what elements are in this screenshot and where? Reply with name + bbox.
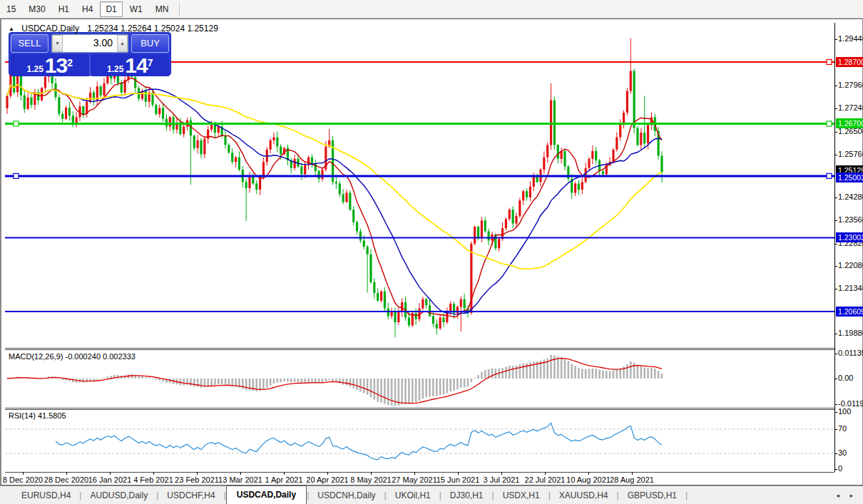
timeframe-button-15[interactable]: 15 [1,1,21,17]
axis-tick [834,220,837,221]
spread-decrease-icon[interactable]: ▼ [52,35,63,52]
chart-tab-eurusd[interactable]: EURUSD,H4 [13,488,79,504]
tab-scroll-arrows[interactable]: ◂ ▸ [836,492,863,504]
time-tick [501,472,502,475]
panel-separator [5,408,834,408]
sell-button[interactable]: SELL [11,34,48,53]
time-tick [240,472,241,475]
price-axis-label: 1.29440 [838,34,863,43]
chart-tab-ukoil[interactable]: UKOil,H1 [387,488,439,504]
price-axis-label: 1.27960 [838,81,863,89]
axis-tick [834,469,837,470]
time-tick [371,472,372,475]
price-axis-label: 1.27240 [838,103,863,112]
timeframe-button-d1[interactable]: D1 [100,1,122,17]
axis-tick [834,453,837,454]
sell-price-big: 13 [45,56,67,75]
chart-tab-dj30[interactable]: DJ30,H1 [441,488,492,504]
panel-separator [5,348,834,349]
chart-tab-xauusd[interactable]: XAUUSD,H4 [551,488,617,504]
axis-tick [834,108,837,109]
chart-tab-usdcnh[interactable]: USDCNH,Daily [309,488,384,504]
buy-button[interactable]: BUY [131,34,169,53]
chart-window: ▲ USDCAD,Daily 1.25234 1.25264 1.25024 1… [0,19,863,485]
price-axis-label: 1.22080 [838,261,863,269]
spread-increase-icon[interactable]: ▲ [117,35,128,52]
chart-title-row: ▲ USDCAD,Daily 1.25234 1.25264 1.25024 1… [9,24,218,34]
price-axis-label: 0.00 [838,374,863,382]
chart-tab-usdx[interactable]: USDX,H1 [494,488,548,504]
collapse-panel-icon[interactable]: ▲ [9,26,14,32]
time-tick [284,472,285,475]
time-tick [66,472,67,475]
time-tick [632,472,633,475]
axis-tick [834,197,837,198]
sell-price-display[interactable]: 1.25 13 2 [11,54,90,76]
price-axis-label: 1.21340 [838,284,863,292]
macd-indicator-label: MACD(12,26,9) -0.000240 0.002333 [9,352,136,361]
moving-average-8 [7,78,662,317]
rsi-indicator-label: RSI(14) 41.5805 [9,411,66,420]
price-axis-label: 1.23560 [838,215,863,224]
timeframe-button-w1[interactable]: W1 [124,1,148,17]
one-click-trading-panel: SELL ▼ 3.00 ▲ BUY 1.25 13 2 1.25 14 7 [9,32,171,76]
timeframe-toolbar: 15M30H1H4D1W1MN [0,0,863,19]
time-tick [197,472,198,475]
trendline-handle[interactable] [14,173,19,178]
price-badge-blue: 1.23003 [836,232,863,242]
time-tick [23,472,24,475]
timeframe-button-m30[interactable]: M30 [23,1,51,17]
chart-ohlc-values: 1.25234 1.25264 1.25024 1.25129 [87,24,218,34]
axis-tick [834,244,837,245]
price-axis-label: 1.24280 [838,192,863,201]
time-tick [110,472,111,475]
timeframe-button-h4[interactable]: H4 [76,1,98,17]
rsi-panel-canvas[interactable] [5,409,834,471]
toolbar-separator [179,2,180,16]
panel-separator [5,349,834,350]
price-axis-label: 1.19880 [838,329,863,337]
axis-tick [834,354,837,354]
time-tick [588,472,589,475]
chart-symbol-title: USDCAD,Daily [21,24,79,34]
axis-tick [834,132,837,133]
axis-tick [834,412,837,413]
timeframe-button-mn[interactable]: MN [150,1,175,17]
sell-price-small: 1.25 [26,63,43,75]
axis-tick [834,429,837,430]
chart-tab-usdcad[interactable]: USDCAD,Daily [226,485,307,504]
timeframe-button-h1[interactable]: H1 [53,1,75,17]
trendline-handle[interactable] [827,173,832,178]
axis-tick [834,266,837,267]
rsi-line [56,423,662,459]
time-tick [458,472,459,475]
time-tick [153,472,154,475]
price-axis-label: 1.25760 [838,150,863,158]
time-tick [414,472,415,475]
chart-tab-bar: EURUSD,H4|AUDUSD,Daily|USDCHF,H4|USDCAD,… [0,485,863,504]
chart-tab-audusd[interactable]: AUDUSD,Daily [81,488,156,504]
time-axis-label: 28 Aug 2021 [599,475,665,484]
axis-tick [834,289,837,289]
chart-tab-gbpusd[interactable]: GBPUSD,H1 [619,488,685,504]
time-tick [545,472,546,475]
spread-spinner: ▼ 3.00 ▲ [51,34,128,53]
axis-tick [834,155,837,155]
spread-input[interactable]: 3.00 [63,35,117,52]
price-badge-blue: 1.20609 [836,307,863,317]
panel-separator [5,472,834,473]
chart-tab-usdchf[interactable]: USDCHF,H4 [158,488,223,504]
trendline-handle[interactable] [827,121,832,126]
buy-price-small: 1.25 [107,63,123,75]
moving-average-21 [7,85,662,314]
price-badge-green: 1.26700 [836,118,863,128]
trendline-handle[interactable] [14,121,19,126]
tab-separator: | [685,490,688,504]
axis-tick [834,86,837,86]
axis-tick [834,334,837,334]
buy-price-display[interactable]: 1.25 14 7 [91,54,170,76]
price-badge-blue: 1.25003 [836,173,863,182]
trendline-handle[interactable] [827,60,832,65]
price-axis-label: 0 [838,464,863,473]
buy-price-pip: 7 [148,59,153,66]
